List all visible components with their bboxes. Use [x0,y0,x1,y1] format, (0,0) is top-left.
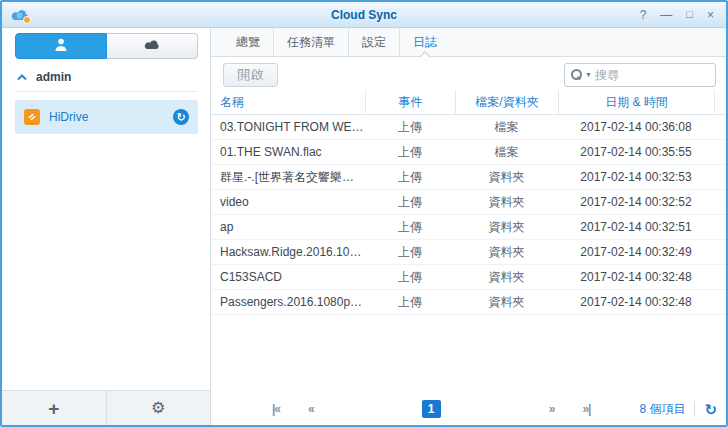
log-table-body: 03.TONIGHT FROM WEST S... 上傳 檔案 2017-02-… [211,115,726,315]
current-page-indicator[interactable]: 1 [422,400,441,418]
log-datetime: 2017-02-14 00:32:52 [558,195,714,209]
search-icon [571,69,582,80]
log-datetime: 2017-02-14 00:32:48 [558,295,714,309]
log-table-row[interactable]: 群星.-.[世界著名交響樂團演奏... 上傳 資料夾 2017-02-14 00… [211,165,726,190]
column-header-datetime[interactable]: 日期 & 時間 [558,90,714,114]
log-name: 群星.-.[世界著名交響樂團演奏... [211,165,365,189]
window-body: admin HiDrive ↻ + ⚙ [2,28,726,425]
last-page-icon[interactable]: »| [582,402,590,416]
log-name: Hacksaw.Ridge.2016.1080p... [211,240,365,264]
refresh-icon[interactable]: ↻ [704,402,717,417]
column-header-name[interactable]: 名稱 [211,90,365,114]
close-icon[interactable]: × [707,9,714,21]
log-name: ap [211,215,365,239]
pagination-divider [694,401,695,417]
minimize-icon[interactable]: — [660,9,672,21]
log-event: 上傳 [365,169,455,186]
tabbar: 總覽 任務清單 設定 日誌 [211,28,726,57]
add-connection-button[interactable]: + [2,391,107,425]
log-table-row[interactable]: 03.TONIGHT FROM WEST S... 上傳 檔案 2017-02-… [211,115,726,140]
toolbar: 開啟 ▼ [211,57,726,90]
log-datetime: 2017-02-14 00:35:55 [558,145,714,159]
maximize-icon[interactable]: □ [686,9,693,20]
first-page-icon[interactable]: |« [272,402,280,416]
help-icon[interactable]: ? [640,9,647,21]
chevron-up-icon [17,70,27,84]
log-type: 檔案 [455,119,558,136]
log-type: 資料夾 [455,219,558,236]
log-type: 資料夾 [455,244,558,261]
connection-name: HiDrive [49,110,164,124]
log-table-row[interactable]: ap 上傳 資料夾 2017-02-14 00:32:51 [211,215,726,240]
log-table-row[interactable]: Hacksaw.Ridge.2016.1080p... 上傳 資料夾 2017-… [211,240,726,265]
main-panel: 總覽 任務清單 設定 日誌 開啟 ▼ 名稱 事件 檔案/資料夾 日期 & 時間 [211,28,726,425]
cloud-sync-window: Cloud Sync ? — □ × [0,0,728,427]
log-event: 上傳 [365,244,455,261]
sidebar-item-hidrive[interactable]: HiDrive ↻ [15,100,198,134]
tab-settings[interactable]: 設定 [348,28,399,56]
sync-status-icon: ↻ [173,109,189,125]
cloud-icon [143,38,161,54]
next-page-icon[interactable]: » [549,402,555,416]
log-table-row[interactable]: 01.THE SWAN.flac 上傳 檔案 2017-02-14 00:35:… [211,140,726,165]
titlebar: Cloud Sync ? — □ × [2,2,726,28]
log-name: 01.THE SWAN.flac [211,140,365,164]
sidebar-footer: + ⚙ [2,390,210,425]
column-header-event[interactable]: 事件 [365,90,455,114]
sidebar: admin HiDrive ↻ + ⚙ [2,28,211,425]
search-dropdown-caret-icon[interactable]: ▼ [585,71,592,78]
search-box[interactable]: ▼ [564,63,716,87]
log-type: 資料夾 [455,169,558,186]
main-spacer [211,315,726,395]
log-datetime: 2017-02-14 00:32:48 [558,270,714,284]
account-section-header[interactable]: admin [15,59,198,92]
column-header-gutter [714,90,726,114]
items-count: 8 個項目 [639,401,685,418]
log-datetime: 2017-02-14 00:32:49 [558,245,714,259]
window-title: Cloud Sync [2,8,726,22]
cloud-view-button[interactable] [107,33,198,59]
log-name: Passengers.2016.1080p.KO... [211,290,365,314]
pagination-right: 8 個項目 ↻ [639,401,717,418]
log-type: 資料夾 [455,294,558,311]
page-navigation: |« « 1 » »| [223,400,639,418]
log-table-row[interactable]: C153SACD 上傳 資料夾 2017-02-14 00:32:48 [211,265,726,290]
sidebar-view-switch [15,33,198,59]
log-datetime: 2017-02-14 00:32:51 [558,220,714,234]
person-icon [53,37,69,56]
log-event: 上傳 [365,119,455,136]
column-header-type[interactable]: 檔案/資料夾 [455,90,558,114]
log-datetime: 2017-02-14 00:32:53 [558,170,714,184]
tab-task-list[interactable]: 任務清單 [273,28,348,56]
log-table-header: 名稱 事件 檔案/資料夾 日期 & 時間 [211,90,726,115]
log-datetime: 2017-02-14 00:36:08 [558,120,714,134]
log-event: 上傳 [365,194,455,211]
open-button[interactable]: 開啟 [223,63,278,87]
accounts-view-button[interactable] [15,33,107,59]
log-table-row[interactable]: Passengers.2016.1080p.KO... 上傳 資料夾 2017-… [211,290,726,315]
search-input[interactable] [595,68,709,82]
log-type: 資料夾 [455,194,558,211]
log-type: 檔案 [455,144,558,161]
pagination-bar: |« « 1 » »| 8 個項目 ↻ [211,395,726,425]
account-name: admin [36,70,71,84]
log-type: 資料夾 [455,269,558,286]
window-controls: ? — □ × [640,9,726,21]
log-name: video [211,190,365,214]
log-event: 上傳 [365,219,455,236]
gear-icon: ⚙ [151,400,165,416]
log-event: 上傳 [365,269,455,286]
log-event: 上傳 [365,294,455,311]
tab-overview[interactable]: 總覽 [223,28,273,56]
sidebar-spacer [2,134,210,390]
log-name: C153SACD [211,265,365,289]
hidrive-icon [24,109,40,125]
log-event: 上傳 [365,144,455,161]
log-name: 03.TONIGHT FROM WEST S... [211,115,365,139]
log-table-row[interactable]: video 上傳 資料夾 2017-02-14 00:32:52 [211,190,726,215]
tab-logs[interactable]: 日誌 [399,28,450,56]
plus-icon: + [48,399,59,418]
settings-button[interactable]: ⚙ [107,391,211,425]
prev-page-icon[interactable]: « [308,402,314,416]
